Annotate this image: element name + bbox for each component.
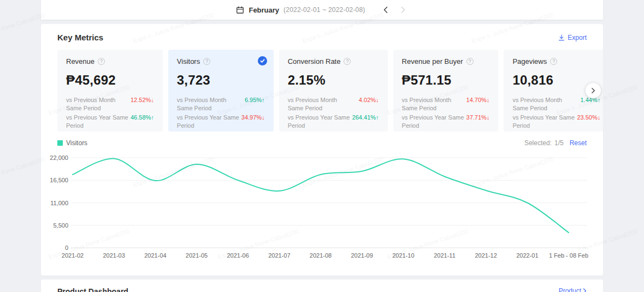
comparison-rows: vs Previous Month Same Period 1.44%↑ vs … bbox=[512, 96, 600, 130]
product-dashboard-title: Product Dashboard bbox=[57, 287, 128, 292]
help-icon[interactable] bbox=[550, 58, 557, 65]
line-chart-svg: 05,50011,00016,50022,0002021-022021-0320… bbox=[46, 152, 592, 264]
card-title: Conversion Rate bbox=[288, 57, 379, 65]
export-button[interactable]: Export bbox=[558, 34, 587, 41]
card-title: Revenue bbox=[66, 57, 154, 65]
calendar-icon bbox=[236, 6, 244, 14]
selected-date-range: (2022-02-01 ~ 2022-02-08) bbox=[283, 6, 365, 14]
x-tick-label: 2021-11 bbox=[434, 252, 456, 259]
x-tick-label: 2021-05 bbox=[186, 252, 208, 259]
product-link-label: Product bbox=[559, 287, 581, 292]
chevron-right-icon bbox=[583, 288, 587, 292]
card-title: Pageviews bbox=[512, 57, 600, 65]
metric-card-revenue[interactable]: Revenue ₱45,692 vs Previous Month Same P… bbox=[57, 50, 163, 132]
comparison-value: 34.97%↓ bbox=[241, 114, 265, 121]
comparison-value: 23.50%↓ bbox=[577, 114, 600, 121]
comparison-value: 12.52%↓ bbox=[131, 96, 154, 103]
comparison-value: 37.71%↓ bbox=[466, 114, 490, 121]
x-tick-label: 2021-04 bbox=[144, 252, 166, 259]
date-picker[interactable]: February (2022-02-01 ~ 2022-02-08) bbox=[236, 6, 365, 14]
card-value: ₱45,692 bbox=[66, 73, 154, 88]
metric-card-revenue-per-buyer[interactable]: Revenue per Buyer ₱571.15 vs Previous Mo… bbox=[393, 50, 499, 132]
period-nav bbox=[381, 5, 408, 15]
card-title: Revenue per Buyer bbox=[402, 57, 490, 65]
watermark-text: Espa o, Julius Rene Cabral(200 bbox=[0, 156, 45, 188]
legend-item-visitors[interactable]: Visitors bbox=[57, 139, 87, 147]
metric-cards-carousel: Revenue ₱45,692 vs Previous Month Same P… bbox=[57, 50, 603, 132]
comparison-row: vs Previous Year Same Period 264.41%↑ bbox=[288, 114, 379, 130]
comparison-value: 14.70%↓ bbox=[466, 96, 490, 103]
date-filter-bar: February (2022-02-01 ~ 2022-02-08) bbox=[41, 0, 603, 20]
comparison-label: vs Previous Month Same Period bbox=[66, 96, 131, 112]
legend-swatch bbox=[57, 140, 63, 146]
comparison-row: vs Previous Year Same Period 46.58%↑ bbox=[66, 114, 154, 130]
chevron-right-icon bbox=[589, 87, 597, 94]
comparison-label: vs Previous Year Same Period bbox=[402, 114, 466, 130]
selected-month: February bbox=[249, 6, 279, 14]
card-label: Pageviews bbox=[512, 57, 547, 65]
x-tick-label: 2021-07 bbox=[268, 252, 290, 259]
key-metrics-title: Key Metrics bbox=[57, 33, 103, 42]
help-icon[interactable] bbox=[98, 58, 105, 65]
y-tick-label: 16,500 bbox=[50, 177, 68, 183]
x-tick-label: 2021-10 bbox=[392, 252, 414, 259]
chevron-right-icon bbox=[400, 7, 406, 13]
product-link[interactable]: Product bbox=[559, 287, 587, 292]
product-dashboard-panel: Product Dashboard Product bbox=[41, 279, 603, 292]
comparison-value: 264.41%↑ bbox=[352, 114, 379, 121]
comparison-row: vs Previous Year Same Period 34.97%↓ bbox=[177, 114, 265, 130]
next-period-button-disabled[interactable] bbox=[398, 5, 408, 15]
card-label: Revenue bbox=[66, 57, 94, 65]
y-tick-label: 0 bbox=[65, 245, 68, 251]
comparison-label: vs Previous Month Same Period bbox=[512, 96, 577, 112]
x-tick-label: 2021-02 bbox=[62, 252, 84, 259]
comparison-label: vs Previous Month Same Period bbox=[402, 96, 466, 112]
visitors-line-series bbox=[73, 158, 569, 233]
comparison-row: vs Previous Year Same Period 37.71%↓ bbox=[402, 114, 490, 130]
reset-button[interactable]: Reset bbox=[570, 139, 587, 147]
card-value: ₱571.15 bbox=[402, 73, 490, 88]
export-label: Export bbox=[568, 34, 587, 41]
metric-card-visitors[interactable]: Visitors 3,723 vs Previous Month Same Pe… bbox=[168, 50, 274, 132]
visitors-chart[interactable]: 05,50011,00016,50022,0002021-022021-0320… bbox=[46, 152, 587, 264]
legend-label: Visitors bbox=[66, 139, 87, 147]
comparison-row: vs Previous Year Same Period 23.50%↓ bbox=[512, 114, 600, 130]
comparison-row: vs Previous Month Same Period 1.44%↑ bbox=[512, 96, 600, 112]
comparison-label: vs Previous Year Same Period bbox=[512, 114, 577, 130]
comparison-rows: vs Previous Month Same Period 12.52%↓ vs… bbox=[66, 96, 154, 130]
metric-card-conversion-rate[interactable]: Conversion Rate 2.15% vs Previous Month … bbox=[279, 50, 388, 132]
previous-period-button[interactable] bbox=[381, 5, 391, 15]
help-icon[interactable] bbox=[466, 58, 474, 65]
key-metrics-header: Key Metrics Export bbox=[57, 24, 587, 42]
comparison-row: vs Previous Month Same Period 4.02%↓ bbox=[288, 96, 379, 112]
comparison-label: vs Previous Month Same Period bbox=[177, 96, 241, 112]
comparison-rows: vs Previous Month Same Period 6.95%↑ vs … bbox=[177, 96, 265, 130]
watermark-text: Espa o, Julius Rene Cabral(200 bbox=[0, 11, 45, 44]
analytics-dashboard: February (2022-02-01 ~ 2022-02-08) Key M… bbox=[0, 0, 644, 292]
card-title: Visitors bbox=[177, 57, 265, 65]
help-icon[interactable] bbox=[203, 58, 210, 65]
comparison-rows: vs Previous Month Same Period 14.70%↓ vs… bbox=[402, 96, 490, 130]
x-tick-label: 1 Feb - 08 Feb bbox=[549, 252, 588, 259]
help-icon[interactable] bbox=[344, 58, 351, 65]
card-label: Visitors bbox=[177, 57, 200, 65]
selected-check-icon bbox=[258, 56, 267, 65]
card-value: 3,723 bbox=[177, 73, 265, 88]
next-cards-button[interactable] bbox=[586, 83, 601, 98]
comparison-label: vs Previous Year Same Period bbox=[288, 114, 352, 130]
selection-counter: Selected: 1/5 Reset bbox=[524, 139, 587, 147]
comparison-value: 6.95%↑ bbox=[245, 96, 265, 103]
card-label: Revenue per Buyer bbox=[402, 57, 463, 65]
metric-cards-row: Revenue ₱45,692 vs Previous Month Same P… bbox=[57, 50, 603, 132]
x-tick-label: 2021-09 bbox=[351, 252, 373, 259]
comparison-row: vs Previous Month Same Period 14.70%↓ bbox=[402, 96, 490, 112]
comparison-label: vs Previous Month Same Period bbox=[288, 96, 352, 112]
comparison-value: 46.58%↑ bbox=[131, 114, 154, 121]
card-label: Conversion Rate bbox=[288, 57, 341, 65]
y-tick-label: 11,000 bbox=[50, 200, 68, 206]
x-tick-label: 2021-03 bbox=[103, 252, 125, 259]
chevron-left-icon bbox=[383, 7, 388, 13]
comparison-rows: vs Previous Month Same Period 4.02%↓ vs … bbox=[288, 96, 379, 130]
download-icon bbox=[558, 34, 565, 41]
comparison-value: 4.02%↓ bbox=[359, 96, 379, 103]
